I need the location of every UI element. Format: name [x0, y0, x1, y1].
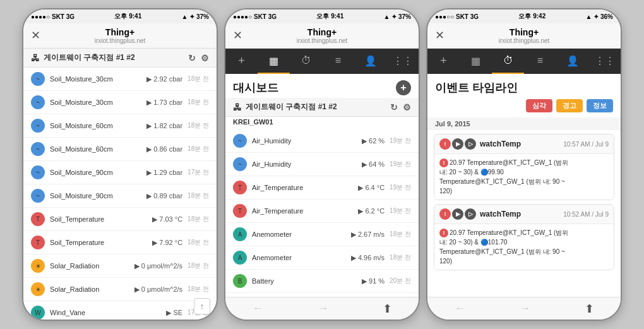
event-timeline-content-3: 이벤트 타임라인 심각 경고 정보 Jul 9, 2015 ! ▶ ▷ watc… [427, 74, 621, 297]
sensor-value-3: ▶ 0.86 cbar [146, 145, 182, 153]
sensor-time-9: 18분 전 [188, 285, 209, 294]
tab-dashboard-3[interactable]: ▦ [460, 49, 492, 74]
event-trigger-icon-2: ▶ [452, 208, 463, 220]
back-button-2[interactable]: ← [242, 299, 274, 318]
sensor-time-4: 17분 전 [188, 168, 209, 177]
sensor-value-2: ▶ 6.4 °C [358, 184, 385, 192]
sensor-time-1: 19분 전 [390, 160, 411, 169]
refresh-icon-1[interactable]: ↻ [188, 53, 196, 63]
event-icon-group-2: ! ▶ ▷ [439, 208, 476, 220]
filter-info-button-3[interactable]: 정보 [587, 99, 613, 112]
sensor-name-3: Soil_Moisture_60cm [50, 145, 146, 153]
sensor-value-0: ▶ 2.92 cbar [146, 75, 182, 83]
app-title-3: Thing+ [510, 27, 539, 37]
tab-user-3[interactable]: 👤 [556, 49, 588, 74]
sensor-time-5: 18분 전 [390, 253, 411, 262]
sensor-time-0: 19분 전 [390, 136, 411, 145]
sensor-icon-7: T [31, 236, 45, 249]
event-action-icon-2: ▷ [465, 208, 476, 220]
sensor-value-5: ▶ 4.96 m/s [351, 254, 385, 262]
tab-user-2[interactable]: 👤 [354, 49, 386, 74]
nav-tabs-2: + ▦ ⏱ ≡ 👤 ⋮⋮ [225, 49, 419, 74]
event-name-1: watchTemp [480, 140, 521, 148]
sensor-value-5: ▶ 0.89 cbar [146, 192, 182, 200]
share-button-2[interactable]: ⬆ [373, 299, 402, 318]
tab-dashboard-2[interactable]: ▦ [258, 49, 290, 74]
tab-grid-3[interactable]: ⋮⋮ [588, 49, 621, 74]
event-body-2: !20.97 Temperature@KT_ICT_GW_1 (범위 내: 20… [434, 224, 614, 270]
forward-button-2[interactable]: → [307, 299, 339, 318]
phone-2: ●●●●○ SKT 3G 오후 9:41 ▲ ✦ 37% ✕ Thing+ ir… [224, 8, 420, 321]
sensor-name-0: Air_Humidity [252, 137, 362, 145]
tab-grid-2[interactable]: ⋮⋮ [386, 49, 419, 74]
phone-1: ●●●●○ SKT 3G 오후 9:41 ▲ ✦ 37% ✕ Thing+ ir… [22, 8, 218, 321]
refresh-icon-2[interactable]: ↻ [390, 102, 398, 112]
tab-add-3[interactable]: + [427, 49, 460, 74]
filter-serious-button-3[interactable]: 심각 [526, 99, 552, 112]
tab-add-2[interactable]: + [225, 49, 258, 74]
event-card-2-header: ! ▶ ▷ watchTemp 10:52 AM / Jul 9 [434, 205, 614, 224]
back-button-3[interactable]: ← [444, 299, 476, 318]
app-title-1: Thing+ [105, 27, 134, 37]
filter-warning-button-3[interactable]: 경고 [556, 99, 583, 112]
sensor-item-0: ~ Soil_Moisture_30cm ▶ 2.92 cbar 18분 전 [23, 68, 217, 91]
sensor-value-7: ▶ 7.92 °C [152, 239, 182, 247]
gateway-icon-1: 🖧 [31, 53, 40, 63]
sensor-icon-0: ~ [31, 72, 45, 86]
status-time-1: 오후 9:41 [114, 12, 141, 21]
sensor-value-1: ▶ 64 % [362, 160, 385, 169]
sensor-icon-10: W [31, 306, 45, 320]
sensor-item-8: ☀ Solar_Radiation ▶ 0 μmol/m^2/s 18분 전 [23, 254, 217, 278]
sensor-name-4: Anemometer [252, 230, 351, 238]
event-time-2: 10:52 AM / Jul 9 [563, 211, 609, 218]
tab-list-3[interactable]: ≡ [524, 49, 556, 74]
dashboard-title-2: 대시보드 [233, 80, 278, 95]
settings-icon-2[interactable]: ⚙ [403, 102, 411, 112]
sensor-value-9: ▶ 0 μmol/m^2/s [134, 285, 182, 294]
tab-clock-3[interactable]: ⏱ [492, 49, 524, 74]
dashboard-add-button-2[interactable]: + [396, 80, 411, 95]
sensor-item-1: ~ Air_Humidity ▶ 64 % 19분 전 [225, 153, 419, 176]
sensor-name-1: Air_Humidity [252, 160, 362, 168]
event-card-1-header: ! ▶ ▷ watchTemp 10:57 AM / Jul 9 [434, 135, 614, 154]
sensor-icon-1: ~ [233, 157, 247, 171]
sensor-time-2: 19분 전 [390, 183, 411, 192]
sensor-name-7: Soil_Temperature [50, 239, 152, 246]
event-trigger-icon-1: ▶ [452, 138, 463, 150]
settings-icon-1[interactable]: ⚙ [201, 53, 209, 63]
sensor-value-3: ▶ 6.2 °C [358, 207, 385, 215]
sensor-item-10: W Wind_Vane ▶ SE 17분 전 [23, 301, 217, 320]
sensor-time-5: 18분 전 [188, 191, 209, 200]
bottom-bar-3: ← → ⬆ [427, 297, 621, 320]
sensor-name-8: Solar_Radiation [50, 262, 134, 270]
sensor-icon-6: B [233, 274, 247, 288]
sensor-value-6: ▶ 91 % [362, 277, 385, 285]
sensor-value-0: ▶ 62 % [362, 137, 385, 145]
close-button-3[interactable]: ✕ [435, 28, 444, 42]
sensor-item-4: ~ Soil_Moisture_90cm ▶ 1.29 cbar 17분 전 [23, 161, 217, 184]
tab-list-2[interactable]: ≡ [322, 49, 354, 74]
sensor-value-4: ▶ 2.67 m/s [351, 230, 385, 239]
event-alert-icon-1: ! [439, 138, 451, 150]
event-time-1: 10:57 AM / Jul 9 [563, 141, 609, 148]
sensor-time-4: 18분 전 [390, 230, 411, 239]
sensor-item-1: ~ Soil_Moisture_30cm ▶ 1.73 cbar 18분 전 [23, 91, 217, 114]
close-button-1[interactable]: ✕ [31, 28, 40, 42]
tab-clock-2[interactable]: ⏱ [290, 49, 322, 74]
section-title-2: 게이트웨이 구축지점 #1 #2 [246, 102, 386, 112]
sensor-item-5: ~ Soil_Moisture_90cm ▶ 0.89 cbar 18분 전 [23, 184, 217, 208]
nav-tabs-3: + ▦ ⏱ ≡ 👤 ⋮⋮ [427, 49, 621, 74]
header-3: ✕ Thing+ irxiot.thingplus.net [427, 23, 621, 49]
header-2: ✕ Thing+ irxiot.thingplus.net [225, 23, 419, 49]
share-button-3[interactable]: ⬆ [575, 299, 604, 318]
app-subtitle-2: irxiot.thingplus.net [297, 37, 348, 44]
sensor-icon-5: A [233, 251, 247, 265]
forward-button-3[interactable]: → [510, 299, 541, 318]
status-right-3: ▲ ✦ 36% [586, 13, 613, 20]
sensor-time-8: 18분 전 [188, 261, 209, 270]
sensor-item-2: ~ Soil_Moisture_60cm ▶ 1.82 cbar 18분 전 [23, 114, 217, 138]
sensor-item-4: A Anemometer ▶ 2.67 m/s 18분 전 [225, 223, 419, 246]
scroll-top-button-1[interactable]: ↑ [194, 298, 210, 314]
close-button-2[interactable]: ✕ [233, 28, 242, 42]
sensor-icon-3: ~ [31, 142, 45, 156]
